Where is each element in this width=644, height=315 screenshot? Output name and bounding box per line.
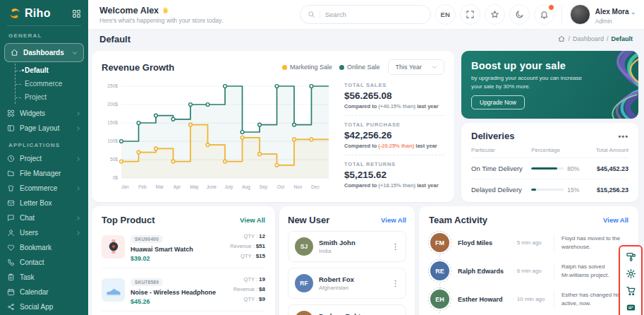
user-avatar: DR <box>295 311 313 315</box>
user-card[interactable]: DR Darlene Robtson Georgia ⋮ <box>288 304 406 315</box>
customizer-toolbar <box>619 245 643 315</box>
legend-item: Marketing Sale <box>282 64 332 71</box>
timeline-connector <box>439 311 440 315</box>
search-icon <box>308 11 320 18</box>
period-select[interactable]: This Year <box>388 59 444 75</box>
product-row[interactable]: SKU90400 Huawai Smart Watch $39.02 QTY :… <box>102 225 265 268</box>
logo[interactable]: Riho <box>0 0 88 25</box>
language-button[interactable]: EN <box>435 4 456 25</box>
sidebar-subitem[interactable]: Default <box>16 64 88 77</box>
sidebar-item[interactable]: Calendar <box>0 285 88 299</box>
user-menu[interactable]: Alex Mora ⌄ Admin <box>561 4 636 25</box>
calendar-icon <box>7 288 15 296</box>
member-avatar: FM <box>430 233 449 252</box>
svg-text:Oct: Oct <box>277 184 284 189</box>
revenue-growth-card: Revenue Growth Marketing Sale Online Sal… <box>92 51 454 202</box>
sidebar: Riho GENERAL Dashboards Default Ecommerc… <box>0 0 88 315</box>
sidebar-item[interactable]: Page Layout <box>0 121 88 136</box>
top-product-view-all[interactable]: View All <box>240 216 265 224</box>
top-product-title: Top Product <box>102 215 155 225</box>
team-activity-view-all[interactable]: View All <box>603 216 628 224</box>
sidebar-item[interactable]: Social App <box>0 299 88 314</box>
product-row[interactable]: SKU78599 Men & Women Footwear QTY : 9Rev… <box>102 311 265 315</box>
sneaker-thumb-icon <box>105 281 122 298</box>
welcome-block: Welcome Alex Here's what's happening wit… <box>99 6 223 24</box>
breadcrumb-dashboard[interactable]: Dashboard <box>573 35 604 42</box>
sidebar-item[interactable]: Letter Box <box>0 196 88 210</box>
more-menu-icon[interactable]: ••• <box>618 134 628 138</box>
notifications-button[interactable] <box>534 4 554 25</box>
fullscreen-button[interactable] <box>460 4 480 25</box>
product-thumb <box>102 278 125 302</box>
user-avatar <box>570 4 590 25</box>
chev-right <box>75 186 81 191</box>
upgrade-now-button[interactable]: Upgrade Now <box>471 95 525 109</box>
chev-right <box>75 215 81 221</box>
col-total-amount: Total Amount <box>582 147 628 153</box>
sidebar-item[interactable]: Task <box>0 270 88 285</box>
cart-icon[interactable] <box>626 285 636 296</box>
phone-icon <box>7 258 15 266</box>
product-name: Huawai Smart Watch <box>130 246 224 253</box>
svg-text:Jan: Jan <box>121 184 129 189</box>
chev-right <box>75 126 81 131</box>
chev-down <box>72 50 78 56</box>
kebab-menu-icon[interactable]: ⋮ <box>391 280 399 287</box>
sidebar-item[interactable]: Ecommerce <box>0 181 88 196</box>
chevron-right-icon <box>75 260 81 266</box>
top-header: Welcome Alex Here's what's happening wit… <box>88 0 644 30</box>
sidebar-subitem[interactable]: Project <box>16 90 88 104</box>
activity-row: EH Esther Howard 10 min ago Esther has c… <box>429 288 628 310</box>
sidebar-item[interactable]: Chat <box>0 210 88 225</box>
chevron-right-icon <box>75 201 81 206</box>
user-avatar: SJ <box>295 237 313 256</box>
paint-roller-icon[interactable] <box>626 251 636 262</box>
new-user-card: New User View All SJ Smith John India ⋮ … <box>279 206 415 315</box>
product-price: $45.26 <box>130 298 228 305</box>
sidebar-item[interactable]: Widgets <box>0 106 88 121</box>
delivery-row: On Time Delivery 80% $45,452.23 <box>471 158 628 179</box>
card-icon[interactable] <box>626 302 636 313</box>
search-input[interactable] <box>325 11 423 18</box>
col-percentage: Percentage <box>531 147 582 153</box>
progress-bar <box>531 167 564 170</box>
bell-icon <box>540 10 549 19</box>
wave-icon <box>162 6 169 14</box>
delivery-row: Delayed Delivery 15% $15,256.23 <box>471 179 628 200</box>
sidebar-item-active[interactable]: Dashboards <box>4 43 84 62</box>
favorites-button[interactable] <box>485 4 505 25</box>
sidebar-subitem[interactable]: Ecommerce <box>16 77 88 90</box>
sidebar-item[interactable]: Contact <box>0 255 88 270</box>
svg-text:June: June <box>207 184 217 189</box>
chev-right <box>75 156 81 162</box>
col-particular: Particular <box>471 147 531 153</box>
team-activity-card: Team Activity View All FM Floyd Miles 5 … <box>419 206 638 315</box>
layout-icon <box>7 124 15 132</box>
member-avatar: RE <box>430 261 449 280</box>
legend-item: Online Sale <box>339 64 380 71</box>
sidebar-item[interactable]: Project <box>0 151 88 166</box>
notification-badge <box>548 4 554 11</box>
heart-icon <box>7 244 15 251</box>
sidebar-item[interactable]: Users <box>0 225 88 240</box>
sidebar-toggle-grid-icon[interactable] <box>72 9 81 18</box>
new-user-view-all[interactable]: View All <box>381 216 406 224</box>
page-title-row: Default / Dashboard / Default <box>88 30 644 48</box>
deliveries-title: Deliveries <box>471 131 514 141</box>
gear-icon[interactable] <box>626 268 636 279</box>
share-icon <box>7 303 15 311</box>
shirt-icon <box>7 184 15 192</box>
breadcrumb-sep: / <box>568 35 570 42</box>
file-icon <box>7 170 15 177</box>
kebab-menu-icon[interactable]: ⋮ <box>391 243 399 251</box>
user-avatar: RF <box>295 274 313 292</box>
product-name: Noise - Wireless Headphone <box>130 289 228 296</box>
svg-text:200$: 200$ <box>107 102 118 107</box>
sidebar-item[interactable]: File Manager <box>0 166 88 181</box>
darkmode-button[interactable] <box>509 4 530 25</box>
home-icon[interactable] <box>558 35 565 42</box>
sidebar-item[interactable]: Bookmark <box>0 240 88 255</box>
product-row[interactable]: SKU78589 Noise - Wireless Headphone $45.… <box>102 268 265 311</box>
user-card[interactable]: SJ Smith John India ⋮ <box>288 231 406 262</box>
user-card[interactable]: RF Robert Fox Afghanistan ⋮ <box>288 268 406 299</box>
